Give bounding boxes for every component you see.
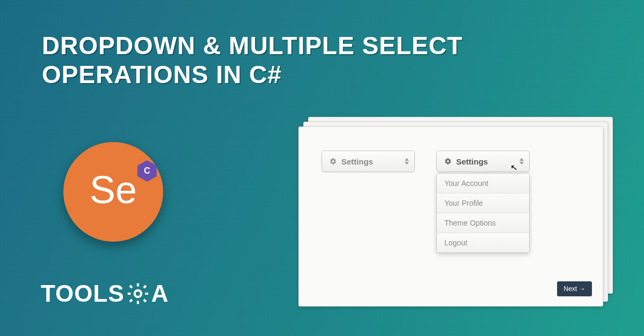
csharp-hex-icon: C xyxy=(137,160,157,182)
menu-item-theme-options[interactable]: Theme Options xyxy=(437,213,529,233)
selenium-badge: Se C xyxy=(63,142,163,242)
toolsqa-logo: TOOLS A xyxy=(41,280,169,307)
arrow-right-icon: → xyxy=(579,285,586,293)
gear-icon xyxy=(328,157,337,166)
menu-item-logout[interactable]: Logout xyxy=(437,233,529,252)
dropdown-label: Settings xyxy=(341,157,373,166)
gear-icon xyxy=(126,281,150,306)
settings-menu: Your Account Your Profile Theme Options … xyxy=(436,173,530,253)
gear-icon xyxy=(443,157,452,166)
page-title: DROPDOWN & MULTIPLE SELECT OPERATIONS IN… xyxy=(42,31,463,89)
menu-item-your-profile[interactable]: Your Profile xyxy=(437,193,529,213)
settings-dropdown-closed[interactable]: Settings xyxy=(321,151,415,172)
mouse-cursor-icon: ↖ xyxy=(510,162,518,173)
menu-item-your-account[interactable]: Your Account xyxy=(437,174,529,193)
ui-preview-card: Settings Settings ↖ Your Account Your Pr… xyxy=(298,117,615,307)
sort-arrows-icon xyxy=(405,158,409,165)
svg-point-0 xyxy=(135,290,141,297)
sort-arrows-icon xyxy=(519,158,524,165)
next-button[interactable]: Next → xyxy=(557,281,592,296)
selenium-label: Se xyxy=(90,168,137,212)
card-front: Settings Settings ↖ Your Account Your Pr… xyxy=(298,126,603,307)
dropdown-label: Settings xyxy=(456,157,488,166)
